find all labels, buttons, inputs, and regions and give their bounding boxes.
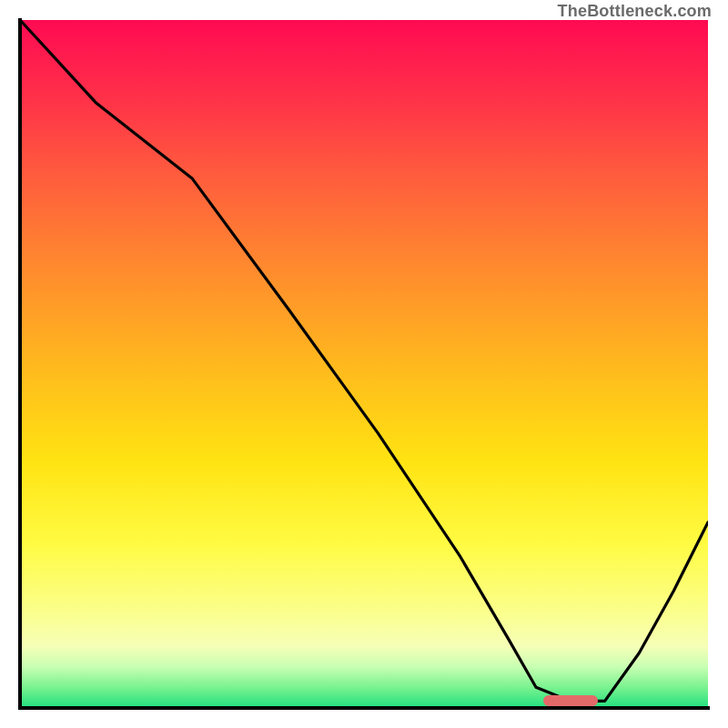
y-axis — [18, 18, 22, 710]
optimal-marker — [543, 695, 598, 706]
plot-area — [20, 20, 708, 708]
x-axis — [18, 706, 710, 710]
chart-canvas: TheBottleneck.com — [0, 0, 728, 728]
watermark-text: TheBottleneck.com — [558, 2, 712, 21]
bottleneck-curve — [20, 20, 708, 708]
